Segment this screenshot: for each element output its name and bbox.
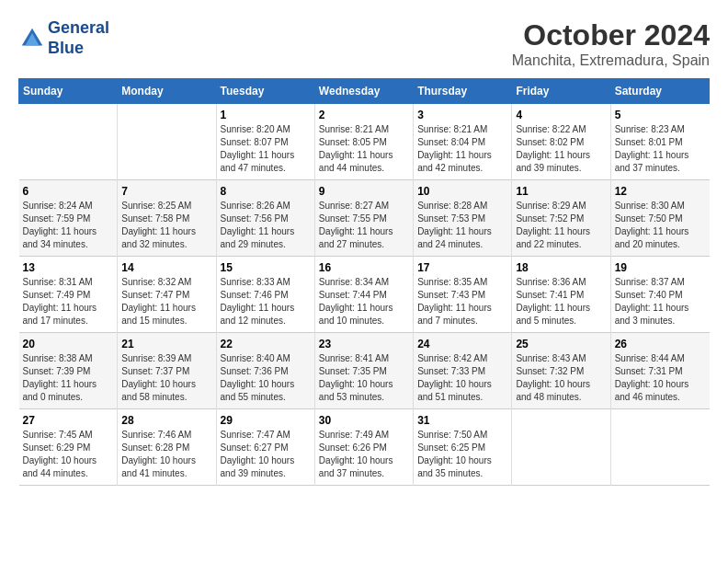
day-info: Sunrise: 8:22 AM Sunset: 8:02 PM Dayligh… bbox=[516, 123, 606, 175]
title-area: October 2024 Manchita, Extremadura, Spai… bbox=[512, 18, 710, 69]
calendar-cell: 5Sunrise: 8:23 AM Sunset: 8:01 PM Daylig… bbox=[610, 104, 709, 180]
day-number: 19 bbox=[615, 261, 706, 274]
day-info: Sunrise: 8:38 AM Sunset: 7:39 PM Dayligh… bbox=[23, 352, 114, 404]
day-info: Sunrise: 8:31 AM Sunset: 7:49 PM Dayligh… bbox=[23, 276, 114, 327]
calendar-week-4: 20Sunrise: 8:38 AM Sunset: 7:39 PM Dayli… bbox=[19, 333, 710, 409]
day-number: 28 bbox=[121, 414, 211, 427]
day-number: 1 bbox=[221, 109, 311, 121]
day-info: Sunrise: 8:27 AM Sunset: 7:55 PM Dayligh… bbox=[319, 200, 409, 251]
day-info: Sunrise: 8:39 AM Sunset: 7:37 PM Dayligh… bbox=[121, 352, 211, 404]
calendar-header: Sunday Monday Tuesday Wednesday Thursday… bbox=[19, 79, 710, 104]
day-info: Sunrise: 7:47 AM Sunset: 6:27 PM Dayligh… bbox=[221, 429, 311, 480]
calendar-cell: 12Sunrise: 8:30 AM Sunset: 7:50 PM Dayli… bbox=[610, 180, 709, 257]
calendar-body: 1Sunrise: 8:20 AM Sunset: 8:07 PM Daylig… bbox=[19, 104, 710, 486]
day-number: 11 bbox=[516, 185, 606, 198]
day-info: Sunrise: 8:33 AM Sunset: 7:46 PM Dayligh… bbox=[221, 276, 311, 327]
day-info: Sunrise: 7:45 AM Sunset: 6:29 PM Dayligh… bbox=[23, 429, 114, 480]
day-info: Sunrise: 8:36 AM Sunset: 7:41 PM Dayligh… bbox=[516, 276, 606, 327]
calendar-cell: 14Sunrise: 8:32 AM Sunset: 7:47 PM Dayli… bbox=[118, 257, 216, 333]
calendar-cell: 19Sunrise: 8:37 AM Sunset: 7:40 PM Dayli… bbox=[610, 257, 709, 333]
calendar-cell: 23Sunrise: 8:41 AM Sunset: 7:35 PM Dayli… bbox=[314, 333, 413, 409]
day-info: Sunrise: 8:37 AM Sunset: 7:40 PM Dayligh… bbox=[615, 276, 706, 327]
calendar-cell: 11Sunrise: 8:29 AM Sunset: 7:52 PM Dayli… bbox=[512, 180, 610, 257]
col-thursday: Thursday bbox=[414, 79, 512, 104]
day-info: Sunrise: 8:26 AM Sunset: 7:56 PM Dayligh… bbox=[221, 200, 311, 251]
calendar-cell: 6Sunrise: 8:24 AM Sunset: 7:59 PM Daylig… bbox=[19, 180, 118, 257]
calendar-cell: 29Sunrise: 7:47 AM Sunset: 6:27 PM Dayli… bbox=[216, 409, 314, 486]
day-info: Sunrise: 8:43 AM Sunset: 7:32 PM Dayligh… bbox=[516, 352, 606, 404]
logo-line1: General bbox=[48, 18, 109, 39]
day-number: 25 bbox=[516, 338, 606, 350]
day-number: 30 bbox=[319, 414, 409, 427]
calendar-subtitle: Manchita, Extremadura, Spain bbox=[512, 52, 710, 69]
calendar-cell: 15Sunrise: 8:33 AM Sunset: 7:46 PM Dayli… bbox=[216, 257, 314, 333]
col-monday: Monday bbox=[118, 79, 216, 104]
day-number: 20 bbox=[23, 338, 114, 350]
logo-line2: Blue bbox=[48, 39, 109, 59]
day-number: 9 bbox=[319, 185, 409, 198]
day-number: 7 bbox=[121, 185, 211, 198]
day-number: 8 bbox=[221, 185, 311, 198]
calendar-cell bbox=[118, 104, 216, 180]
day-number: 2 bbox=[319, 109, 409, 121]
day-number: 23 bbox=[319, 338, 409, 350]
day-number: 26 bbox=[615, 338, 706, 350]
day-number: 4 bbox=[516, 109, 606, 121]
page-header: General Blue October 2024 Manchita, Extr… bbox=[18, 18, 710, 69]
day-number: 13 bbox=[23, 261, 114, 274]
day-info: Sunrise: 8:20 AM Sunset: 8:07 PM Dayligh… bbox=[221, 123, 311, 175]
calendar-cell: 20Sunrise: 8:38 AM Sunset: 7:39 PM Dayli… bbox=[19, 333, 118, 409]
day-number: 12 bbox=[615, 185, 706, 198]
day-info: Sunrise: 8:34 AM Sunset: 7:44 PM Dayligh… bbox=[319, 276, 409, 327]
logo-icon bbox=[18, 25, 46, 52]
day-info: Sunrise: 8:41 AM Sunset: 7:35 PM Dayligh… bbox=[319, 352, 409, 404]
calendar-cell bbox=[512, 409, 610, 486]
day-info: Sunrise: 8:29 AM Sunset: 7:52 PM Dayligh… bbox=[516, 200, 606, 251]
calendar-cell: 30Sunrise: 7:49 AM Sunset: 6:26 PM Dayli… bbox=[314, 409, 413, 486]
calendar-cell: 9Sunrise: 8:27 AM Sunset: 7:55 PM Daylig… bbox=[314, 180, 413, 257]
logo: General Blue bbox=[18, 18, 109, 58]
calendar-cell: 21Sunrise: 8:39 AM Sunset: 7:37 PM Dayli… bbox=[118, 333, 216, 409]
calendar-week-3: 13Sunrise: 8:31 AM Sunset: 7:49 PM Dayli… bbox=[19, 257, 710, 333]
day-info: Sunrise: 8:42 AM Sunset: 7:33 PM Dayligh… bbox=[417, 352, 507, 404]
header-row: Sunday Monday Tuesday Wednesday Thursday… bbox=[19, 79, 710, 104]
col-wednesday: Wednesday bbox=[314, 79, 413, 104]
day-number: 29 bbox=[221, 414, 311, 427]
calendar-cell: 26Sunrise: 8:44 AM Sunset: 7:31 PM Dayli… bbox=[610, 333, 709, 409]
calendar-cell bbox=[610, 409, 709, 486]
calendar-cell: 10Sunrise: 8:28 AM Sunset: 7:53 PM Dayli… bbox=[414, 180, 512, 257]
calendar-cell: 18Sunrise: 8:36 AM Sunset: 7:41 PM Dayli… bbox=[512, 257, 610, 333]
day-info: Sunrise: 7:46 AM Sunset: 6:28 PM Dayligh… bbox=[121, 429, 211, 480]
day-info: Sunrise: 8:23 AM Sunset: 8:01 PM Dayligh… bbox=[615, 123, 706, 175]
calendar-cell: 31Sunrise: 7:50 AM Sunset: 6:25 PM Dayli… bbox=[414, 409, 512, 486]
calendar-cell: 1Sunrise: 8:20 AM Sunset: 8:07 PM Daylig… bbox=[216, 104, 314, 180]
day-info: Sunrise: 8:44 AM Sunset: 7:31 PM Dayligh… bbox=[615, 352, 706, 404]
day-info: Sunrise: 8:28 AM Sunset: 7:53 PM Dayligh… bbox=[417, 200, 507, 251]
day-info: Sunrise: 7:49 AM Sunset: 6:26 PM Dayligh… bbox=[319, 429, 409, 480]
calendar-cell: 7Sunrise: 8:25 AM Sunset: 7:58 PM Daylig… bbox=[118, 180, 216, 257]
day-info: Sunrise: 8:24 AM Sunset: 7:59 PM Dayligh… bbox=[23, 200, 114, 251]
day-number: 3 bbox=[417, 109, 507, 121]
day-number: 24 bbox=[417, 338, 507, 350]
day-info: Sunrise: 8:30 AM Sunset: 7:50 PM Dayligh… bbox=[615, 200, 706, 251]
calendar-cell: 2Sunrise: 8:21 AM Sunset: 8:05 PM Daylig… bbox=[314, 104, 413, 180]
calendar-week-1: 1Sunrise: 8:20 AM Sunset: 8:07 PM Daylig… bbox=[19, 104, 710, 180]
day-number: 16 bbox=[319, 261, 409, 274]
day-info: Sunrise: 8:32 AM Sunset: 7:47 PM Dayligh… bbox=[121, 276, 211, 327]
day-info: Sunrise: 8:21 AM Sunset: 8:05 PM Dayligh… bbox=[319, 123, 409, 175]
day-info: Sunrise: 8:35 AM Sunset: 7:43 PM Dayligh… bbox=[417, 276, 507, 327]
calendar-table: Sunday Monday Tuesday Wednesday Thursday… bbox=[18, 78, 710, 486]
day-number: 21 bbox=[121, 338, 211, 350]
calendar-cell: 24Sunrise: 8:42 AM Sunset: 7:33 PM Dayli… bbox=[414, 333, 512, 409]
col-sunday: Sunday bbox=[19, 79, 118, 104]
calendar-cell: 17Sunrise: 8:35 AM Sunset: 7:43 PM Dayli… bbox=[414, 257, 512, 333]
col-friday: Friday bbox=[512, 79, 610, 104]
day-number: 10 bbox=[417, 185, 507, 198]
day-number: 27 bbox=[23, 414, 114, 427]
day-info: Sunrise: 7:50 AM Sunset: 6:25 PM Dayligh… bbox=[417, 429, 507, 480]
calendar-cell: 22Sunrise: 8:40 AM Sunset: 7:36 PM Dayli… bbox=[216, 333, 314, 409]
calendar-cell: 3Sunrise: 8:21 AM Sunset: 8:04 PM Daylig… bbox=[414, 104, 512, 180]
calendar-title: October 2024 bbox=[512, 18, 710, 52]
col-saturday: Saturday bbox=[610, 79, 709, 104]
calendar-cell: 13Sunrise: 8:31 AM Sunset: 7:49 PM Dayli… bbox=[19, 257, 118, 333]
